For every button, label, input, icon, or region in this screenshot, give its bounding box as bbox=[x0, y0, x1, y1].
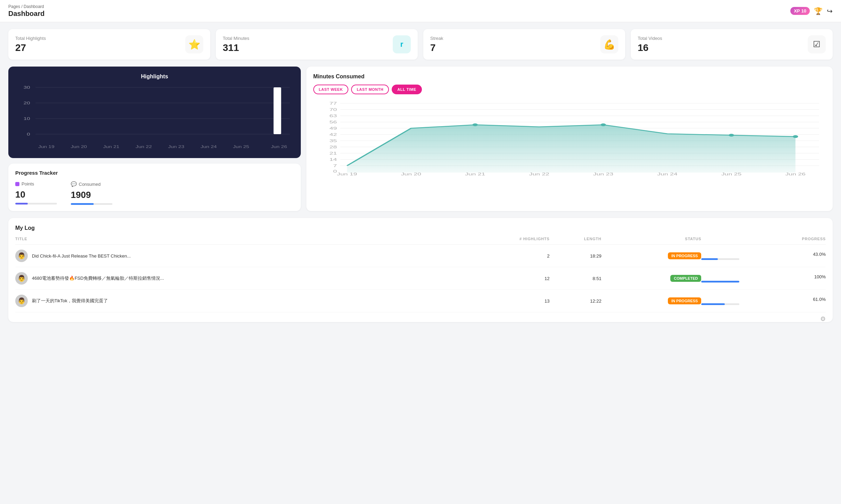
svg-text:Jun 26: Jun 26 bbox=[271, 145, 287, 149]
xp-label: XP bbox=[794, 8, 800, 14]
my-log-title: My Log bbox=[15, 225, 826, 231]
xp-badge[interactable]: XP 10 bbox=[790, 7, 810, 15]
highlights-card: Highlights 30 20 10 0 Jun 19 bbox=[8, 67, 301, 158]
points-bar-track bbox=[15, 203, 57, 205]
svg-text:Jun 23: Jun 23 bbox=[593, 172, 613, 176]
consumed-bar-track bbox=[71, 203, 112, 205]
status-badge: COMPLETED bbox=[670, 275, 701, 282]
points-label: Points bbox=[15, 181, 57, 186]
svg-text:Jun 22: Jun 22 bbox=[136, 145, 152, 149]
video-thumb: 👨 bbox=[15, 295, 28, 307]
consumed-bar-fill bbox=[71, 203, 94, 205]
highlights-chart-area: Highlights 30 20 10 0 Jun 19 bbox=[8, 67, 301, 158]
data-point bbox=[729, 134, 734, 137]
consumed-metric: 💬 Consumed 1909 bbox=[71, 181, 112, 205]
svg-rect-16 bbox=[273, 87, 281, 134]
svg-text:Jun 19: Jun 19 bbox=[337, 172, 357, 176]
consumed-value: 1909 bbox=[71, 190, 112, 200]
breadcrumb-pages: Pages bbox=[8, 4, 20, 9]
progress-metrics: Points 10 💬 Consumed 1909 bbox=[15, 181, 294, 205]
streak-icon: 💪 bbox=[600, 35, 618, 53]
stat-card-minutes: Total Minutes 311 r bbox=[216, 29, 418, 60]
stat-card-highlights: Total Highlights 27 ⭐ bbox=[8, 29, 210, 60]
settings-icon[interactable]: ⚙ bbox=[820, 315, 826, 323]
time-filters: LAST WEEK LAST MONTH ALL TIME bbox=[313, 85, 826, 94]
progress-cell: 43.0% bbox=[701, 245, 826, 267]
svg-text:0: 0 bbox=[27, 132, 30, 136]
breadcrumb: Pages / Dashboard bbox=[8, 4, 44, 9]
title-cell: 👨 4680電池蓄勢待發🔥FSD免費轉移／無氣輪胎／特斯拉銷售情況... bbox=[15, 267, 460, 290]
stat-value-videos: 16 bbox=[638, 42, 662, 53]
svg-text:20: 20 bbox=[24, 101, 30, 105]
svg-text:28: 28 bbox=[329, 145, 337, 149]
svg-text:10: 10 bbox=[24, 116, 30, 121]
stat-card-videos: Total Videos 16 ☑ bbox=[631, 29, 833, 60]
title-cell: 👨 刷了一天的TikTok，我覺得美國完蛋了 bbox=[15, 290, 460, 312]
svg-text:21: 21 bbox=[329, 151, 337, 155]
data-point bbox=[601, 123, 606, 126]
svg-text:Jun 21: Jun 21 bbox=[103, 145, 119, 149]
charts-row: Highlights 30 20 10 0 Jun 19 bbox=[8, 67, 833, 211]
stat-value-minutes: 311 bbox=[223, 42, 249, 53]
stat-cards: Total Highlights 27 ⭐ Total Minutes 311 … bbox=[8, 29, 833, 60]
progress-cell: 61.0% bbox=[701, 290, 826, 312]
video-title: 刷了一天的TikTok，我覺得美國完蛋了 bbox=[32, 298, 108, 304]
points-value: 10 bbox=[15, 189, 57, 200]
svg-text:Jun 24: Jun 24 bbox=[201, 145, 217, 149]
log-table: TITLE # HIGHLIGHTS LENGTH STATUS PROGRES… bbox=[15, 237, 826, 312]
points-metric: Points 10 bbox=[15, 181, 57, 205]
svg-text:Jun 25: Jun 25 bbox=[721, 172, 741, 176]
progress-bar-fill bbox=[701, 303, 724, 305]
my-log-card: My Log TITLE # HIGHLIGHTS LENGTH STATUS … bbox=[8, 218, 833, 322]
data-point bbox=[473, 123, 478, 126]
filter-last-month[interactable]: LAST MONTH bbox=[351, 85, 389, 94]
col-length: LENGTH bbox=[550, 237, 601, 245]
highlights-cell: 2 bbox=[460, 245, 550, 267]
progress-bar-fill bbox=[701, 258, 717, 260]
filter-last-week[interactable]: LAST WEEK bbox=[313, 85, 348, 94]
trophy-icon[interactable]: 🏆 bbox=[814, 7, 823, 15]
progress-pct: 61.0% bbox=[701, 297, 826, 302]
col-status: STATUS bbox=[601, 237, 701, 245]
minutes-card: Minutes Consumed LAST WEEK LAST MONTH AL… bbox=[306, 67, 833, 211]
status-cell: IN PROGRESS bbox=[601, 290, 701, 312]
svg-text:Jun 22: Jun 22 bbox=[529, 172, 549, 176]
points-bar-fill bbox=[15, 203, 28, 205]
highlights-cell: 12 bbox=[460, 267, 550, 290]
minutes-icon: r bbox=[393, 35, 411, 53]
minutes-area bbox=[347, 125, 796, 173]
length-cell: 12:22 bbox=[550, 290, 601, 312]
progress-pct: 100% bbox=[701, 274, 826, 279]
svg-text:63: 63 bbox=[329, 114, 337, 118]
points-icon bbox=[15, 182, 19, 186]
svg-text:Jun 21: Jun 21 bbox=[465, 172, 485, 176]
stat-label-videos: Total Videos bbox=[638, 36, 662, 41]
svg-text:42: 42 bbox=[329, 133, 337, 137]
consumed-label: 💬 Consumed bbox=[71, 181, 112, 187]
stat-card-streak: Streak 7 💪 bbox=[423, 29, 625, 60]
xp-value: 10 bbox=[801, 8, 806, 14]
svg-text:Jun 23: Jun 23 bbox=[168, 145, 184, 149]
svg-text:Jun 20: Jun 20 bbox=[401, 172, 421, 176]
svg-text:7: 7 bbox=[333, 164, 337, 168]
header-left: Pages / Dashboard Dashboard bbox=[8, 4, 44, 18]
stat-label-highlights: Total Highlights bbox=[15, 36, 46, 41]
status-cell: IN PROGRESS bbox=[601, 245, 701, 267]
header: Pages / Dashboard Dashboard XP 10 🏆 ↪ bbox=[0, 0, 841, 22]
progress-bar-track bbox=[701, 258, 739, 260]
logout-icon[interactable]: ↪ bbox=[827, 7, 833, 15]
col-progress: PROGRESS bbox=[701, 237, 826, 245]
highlights-cell: 13 bbox=[460, 290, 550, 312]
progress-tracker-title: Progress Tracker bbox=[15, 170, 294, 176]
header-right: XP 10 🏆 ↪ bbox=[790, 7, 833, 15]
length-cell: 18:29 bbox=[550, 245, 601, 267]
video-thumb: 👨 bbox=[15, 250, 28, 262]
video-title: Did Chick-fil-A Just Release The BEST Ch… bbox=[32, 253, 131, 259]
filter-all-time[interactable]: ALL TIME bbox=[392, 85, 422, 94]
progress-bar-fill bbox=[701, 281, 739, 283]
svg-text:0: 0 bbox=[333, 170, 337, 173]
table-row: 👨 4680電池蓄勢待發🔥FSD免費轉移／無氣輪胎／特斯拉銷售情況... 12 … bbox=[15, 267, 826, 290]
progress-bar-track bbox=[701, 303, 739, 305]
table-row: 👨 刷了一天的TikTok，我覺得美國完蛋了 13 12:22 IN PROGR… bbox=[15, 290, 826, 312]
col-highlights: # HIGHLIGHTS bbox=[460, 237, 550, 245]
